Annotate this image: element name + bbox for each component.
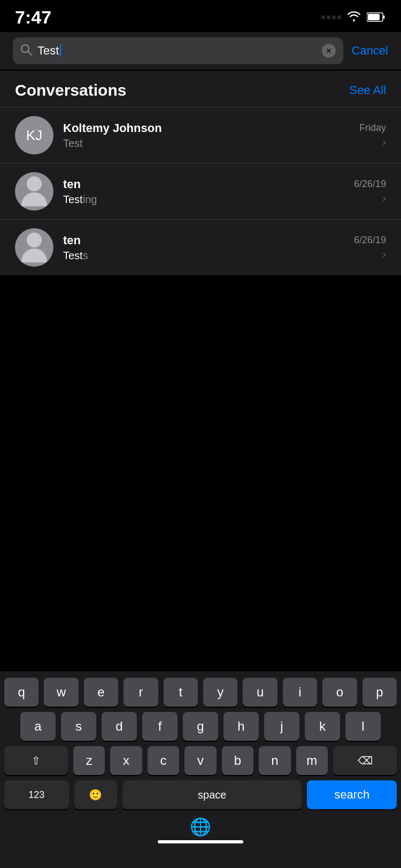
conversation-preview: Test — [63, 137, 350, 150]
key-s[interactable]: s — [61, 712, 96, 741]
key-u[interactable]: u — [243, 678, 277, 707]
conversation-info: ten Testing — [63, 177, 344, 206]
keyboard-row-1: q w e r t y u i o p — [4, 678, 397, 707]
keyboard-rows: q w e r t y u i o p a s d f g h j k l ⇧ … — [0, 671, 401, 813]
conversation-date: Friday — [359, 122, 386, 134]
space-key[interactable]: space — [122, 780, 302, 809]
avatar — [15, 172, 53, 211]
status-bar: 7:47 — [0, 0, 401, 32]
svg-line-4 — [28, 51, 32, 55]
conversation-meta: Friday › — [359, 122, 386, 148]
cancel-button[interactable]: Cancel — [352, 44, 388, 58]
key-h[interactable]: h — [223, 712, 259, 741]
avatar-body — [21, 249, 47, 262]
chevron-right-icon: › — [382, 192, 386, 204]
key-j[interactable]: j — [264, 712, 299, 741]
key-r[interactable]: r — [124, 678, 158, 707]
key-k[interactable]: k — [305, 712, 340, 741]
conversations-section: Conversations See All KJ Koltemy Johnson… — [0, 71, 401, 275]
keyboard: q w e r t y u i o p a s d f g h j k l ⇧ … — [0, 671, 401, 868]
conversations-header: Conversations See All — [0, 71, 401, 107]
conversation-preview: Testing — [63, 193, 344, 206]
key-m[interactable]: m — [296, 746, 328, 775]
key-z[interactable]: z — [73, 746, 105, 775]
key-b[interactable]: b — [222, 746, 253, 775]
conversation-date: 6/26/19 — [354, 235, 386, 246]
conversation-date: 6/26/19 — [354, 179, 386, 190]
chevron-right-icon: › — [382, 136, 386, 148]
conversation-name: Koltemy Johnson — [63, 121, 350, 135]
key-y[interactable]: y — [203, 678, 237, 707]
key-q[interactable]: q — [4, 678, 38, 707]
key-g[interactable]: g — [183, 712, 218, 741]
avatar — [15, 228, 53, 267]
key-o[interactable]: o — [322, 678, 357, 707]
conversation-list: KJ Koltemy Johnson Test Friday › ten Tes… — [0, 107, 401, 275]
key-e[interactable]: e — [84, 678, 118, 707]
key-p[interactable]: p — [363, 678, 397, 707]
avatar-initials: KJ — [26, 127, 42, 144]
shift-key[interactable]: ⇧ — [4, 746, 68, 775]
conversation-name: ten — [63, 177, 344, 191]
text-cursor — [60, 45, 61, 57]
conversation-info: Koltemy Johnson Test — [63, 121, 350, 150]
status-icons — [321, 10, 386, 25]
search-icon — [20, 44, 32, 58]
numbers-key[interactable]: 123 — [4, 780, 69, 809]
svg-rect-2 — [368, 14, 380, 20]
keyboard-row-4: 123 🙂 space search — [4, 780, 397, 809]
key-l[interactable]: l — [345, 712, 381, 741]
status-time: 7:47 — [15, 7, 51, 28]
key-t[interactable]: t — [164, 678, 198, 707]
battery-icon — [367, 12, 386, 22]
conversation-meta: 6/26/19 › — [354, 179, 386, 204]
conversation-info: ten Tests — [63, 234, 344, 262]
emoji-key[interactable]: 🙂 — [74, 780, 117, 809]
key-i[interactable]: i — [283, 678, 317, 707]
svg-rect-1 — [383, 15, 385, 19]
avatar: KJ — [15, 116, 53, 154]
conversation-meta: 6/26/19 › — [354, 235, 386, 260]
conversation-item[interactable]: KJ Koltemy Johnson Test Friday › — [0, 107, 401, 163]
wifi-icon — [346, 10, 361, 25]
conversation-item[interactable]: ten Tests 6/26/19 › — [0, 219, 401, 275]
chevron-right-icon: › — [382, 248, 386, 260]
search-input-text[interactable]: Test — [37, 44, 317, 58]
key-w[interactable]: w — [44, 678, 78, 707]
delete-key[interactable]: ⌫ — [333, 746, 397, 775]
avatar-head — [27, 176, 42, 191]
search-value: Test — [37, 44, 59, 58]
avatar-body — [21, 192, 47, 206]
conversation-item[interactable]: ten Testing 6/26/19 › — [0, 163, 401, 219]
key-v[interactable]: v — [184, 746, 216, 775]
bottom-bar: 🌐 — [0, 813, 401, 840]
search-clear-button[interactable]: ✕ — [322, 44, 336, 58]
key-d[interactable]: d — [102, 712, 137, 741]
key-n[interactable]: n — [259, 746, 290, 775]
search-input-wrapper[interactable]: Test ✕ — [13, 37, 343, 64]
conversations-title: Conversations — [15, 81, 126, 99]
key-f[interactable]: f — [142, 712, 178, 741]
see-all-button[interactable]: See All — [350, 83, 387, 97]
avatar-person — [21, 176, 47, 206]
conversation-preview: Tests — [63, 250, 344, 262]
signal-icon — [321, 15, 341, 19]
key-a[interactable]: a — [20, 712, 56, 741]
keyboard-row-2: a s d f g h j k l — [4, 712, 397, 741]
globe-icon[interactable]: 🌐 — [190, 817, 211, 837]
key-x[interactable]: x — [110, 746, 142, 775]
key-c[interactable]: c — [148, 746, 179, 775]
keyboard-row-3: ⇧ z x c v b n m ⌫ — [4, 746, 397, 775]
avatar-head — [27, 232, 42, 247]
avatar-person — [21, 232, 47, 262]
search-button[interactable]: search — [307, 780, 397, 809]
search-bar: Test ✕ Cancel — [0, 32, 401, 69]
conversation-name: ten — [63, 234, 344, 247]
